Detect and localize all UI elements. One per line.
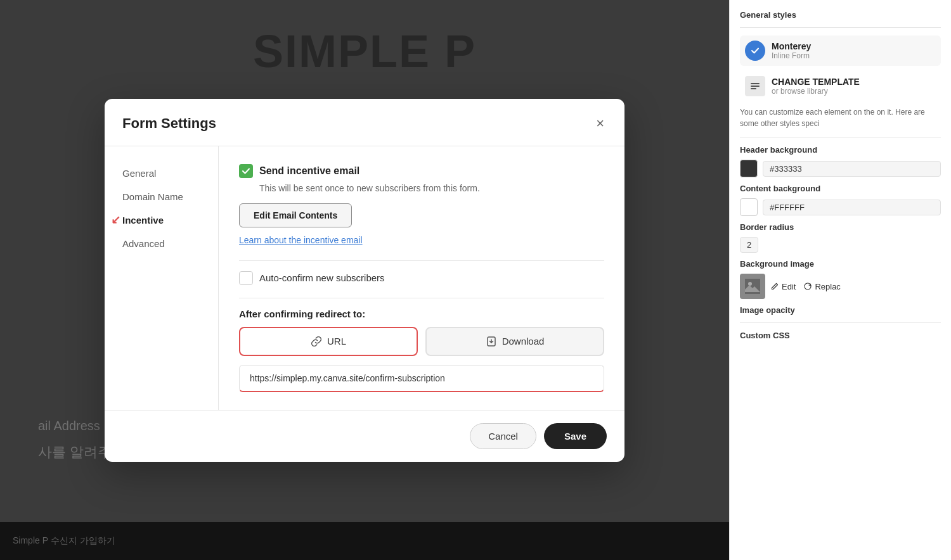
svg-rect-0 — [751, 83, 760, 84]
nav-item-advanced[interactable]: Advanced — [105, 232, 218, 255]
replace-label: Replac — [815, 282, 840, 291]
download-btn-label: Download — [502, 336, 545, 347]
learn-link[interactable]: Learn about the incentive email — [239, 235, 604, 245]
bg-image-actions: Edit Replac — [770, 282, 841, 291]
nav-arrow-indicator: ↙ — [111, 213, 120, 227]
template-item-monterey[interactable]: Monterey Inline Form — [740, 35, 941, 66]
form-settings-modal: Form Settings × General Domain Name ↙ In… — [105, 99, 624, 462]
header-bg-label: Header background — [740, 145, 941, 155]
replace-image-button[interactable]: Replac — [803, 282, 840, 291]
auto-confirm-checkbox[interactable] — [239, 271, 253, 285]
auto-confirm-label: Auto-confirm new subscribers — [259, 272, 385, 283]
change-template-text: CHANGE TEMPLATE or browse library — [772, 77, 860, 96]
modal-title: Form Settings — [122, 115, 216, 132]
redirect-url-button[interactable]: URL — [239, 327, 418, 356]
bg-image-row: Edit Replac — [740, 274, 941, 299]
nav-item-domain-name[interactable]: Domain Name — [105, 185, 218, 208]
panel-section-title: General styles — [740, 10, 941, 20]
custom-css-label: Custom CSS — [740, 331, 941, 340]
header-bg-value: #333333 — [763, 161, 941, 177]
nav-general-label: General — [122, 168, 156, 179]
save-button[interactable]: Save — [544, 423, 607, 449]
edit-label: Edit — [782, 282, 796, 291]
send-incentive-row: Send incentive email — [239, 164, 604, 178]
send-incentive-checkbox[interactable] — [239, 164, 253, 178]
change-template-item[interactable]: CHANGE TEMPLATE or browse library — [740, 71, 941, 101]
svg-rect-2 — [751, 88, 756, 89]
modal-close-button[interactable]: × — [593, 114, 607, 133]
modal-header: Form Settings × — [105, 99, 624, 146]
svg-rect-1 — [751, 86, 760, 87]
right-panel: General styles Monterey Inline Form CHAN… — [729, 0, 951, 560]
modal-footer: Cancel Save — [105, 410, 624, 462]
url-input[interactable] — [239, 365, 604, 392]
modal-nav: General Domain Name ↙ Incentive Advanced — [105, 146, 219, 410]
bg-image-label: Background image — [740, 259, 941, 269]
border-radius-value: 2 — [740, 237, 758, 253]
template-info: Monterey Inline Form — [772, 41, 811, 60]
nav-domain-label: Domain Name — [122, 191, 183, 202]
svg-point-4 — [748, 282, 752, 286]
modal-body: General Domain Name ↙ Incentive Advanced — [105, 146, 624, 410]
template-name: Monterey — [772, 41, 811, 51]
border-radius-label: Border radius — [740, 222, 941, 232]
modal-overlay: Form Settings × General Domain Name ↙ In… — [0, 0, 729, 560]
send-incentive-desc: This will be sent once to new subscriber… — [259, 183, 604, 193]
header-bg-swatch[interactable] — [740, 160, 758, 177]
change-template-sub: or browse library — [772, 87, 860, 96]
image-opacity-label: Image opacity — [740, 305, 941, 315]
change-template-main: CHANGE TEMPLATE — [772, 77, 860, 87]
cancel-button[interactable]: Cancel — [470, 423, 536, 449]
bg-image-thumb — [740, 274, 765, 299]
nav-advanced-label: Advanced — [122, 238, 165, 249]
content-bg-value: #FFFFFF — [763, 200, 941, 215]
redirect-download-button[interactable]: Download — [425, 327, 604, 356]
nav-item-general[interactable]: General — [105, 162, 218, 185]
nav-incentive-label: Incentive — [122, 215, 164, 226]
send-incentive-label: Send incentive email — [259, 165, 359, 177]
redirect-buttons: URL Download — [239, 327, 604, 356]
modal-content-area: Send incentive email This will be sent o… — [219, 146, 624, 410]
panel-description: You can customize each element on the on… — [740, 106, 941, 129]
content-bg-swatch[interactable] — [740, 198, 758, 216]
header-bg-color-row: #333333 — [740, 160, 941, 177]
edit-email-button[interactable]: Edit Email Contents — [239, 203, 352, 227]
url-btn-label: URL — [327, 336, 346, 347]
template-type: Inline Form — [772, 51, 811, 60]
template-check-icon — [745, 41, 765, 61]
redirect-label: After confirming redirect to: — [239, 309, 604, 319]
edit-image-button[interactable]: Edit — [770, 282, 796, 291]
content-bg-color-row: #FFFFFF — [740, 198, 941, 216]
template-icon — [745, 76, 765, 96]
nav-item-incentive[interactable]: ↙ Incentive — [105, 208, 218, 232]
content-bg-label: Content background — [740, 184, 941, 193]
auto-confirm-row: Auto-confirm new subscribers — [239, 271, 604, 285]
